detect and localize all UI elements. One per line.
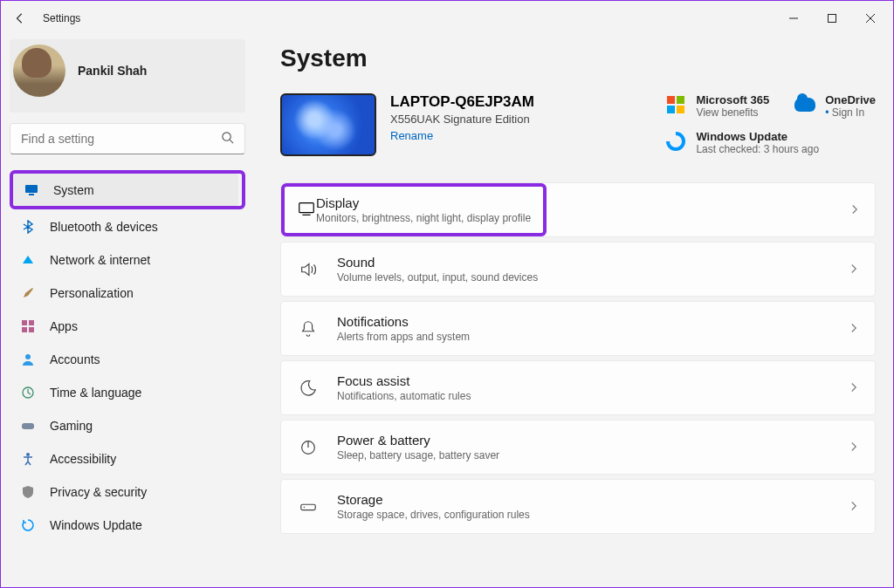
bluetooth-icon — [20, 220, 36, 234]
brush-icon — [20, 286, 36, 300]
setting-title: Storage — [337, 492, 530, 507]
svg-rect-7 — [29, 320, 34, 325]
window-controls — [774, 5, 890, 31]
setting-sub: Alerts from apps and system — [337, 331, 470, 343]
profile-block[interactable]: Pankil Shah — [10, 39, 245, 113]
titlebar: Settings — [1, 1, 893, 36]
device-row: LAPTOP-Q6EJP3AM X556UAK Signature Editio… — [280, 93, 876, 156]
accessibility-icon — [20, 452, 36, 466]
globe-clock-icon — [20, 386, 36, 400]
window-title: Settings — [43, 12, 80, 24]
device-name: LAPTOP-Q6EJP3AM — [390, 93, 534, 111]
setting-sub: Notifications, automatic rules — [337, 390, 471, 402]
setting-power-battery[interactable]: Power & batterySleep, battery usage, bat… — [280, 420, 876, 475]
apps-icon — [20, 319, 36, 333]
svg-point-10 — [25, 354, 31, 359]
gamepad-icon — [20, 419, 36, 433]
device-card: LAPTOP-Q6EJP3AM X556UAK Signature Editio… — [280, 93, 534, 156]
setting-title: Display — [316, 195, 531, 210]
quick-links: Microsoft 365 View benefits OneDrive Sig… — [664, 93, 876, 156]
minimize-button[interactable] — [774, 5, 813, 31]
sidebar-item-label: Bluetooth & devices — [50, 220, 158, 234]
svg-rect-9 — [29, 327, 34, 332]
sidebar-item-accessibility[interactable]: Accessibility — [10, 442, 245, 475]
highlight-annotation: System — [10, 170, 245, 209]
sidebar-item-time-language[interactable]: Time & language — [10, 376, 245, 408]
moon-icon — [297, 379, 320, 398]
sidebar-item-privacy-security[interactable]: Privacy & security — [10, 475, 245, 508]
page-title: System — [280, 44, 876, 72]
back-button[interactable] — [4, 3, 36, 34]
storage-icon — [297, 497, 320, 516]
link-sub: View benefits — [696, 106, 769, 119]
chevron-right-icon — [849, 262, 859, 277]
sidebar-item-system[interactable]: System — [13, 174, 238, 206]
update-icon — [20, 518, 36, 532]
sidebar-item-accounts[interactable]: Accounts — [10, 343, 245, 375]
sidebar-item-windows-update[interactable]: Windows Update — [10, 509, 245, 541]
settings-list: DisplayMonitors, brightness, night light… — [280, 182, 876, 534]
chevron-right-icon — [849, 499, 859, 515]
setting-focus-assist[interactable]: Focus assistNotifications, automatic rul… — [280, 360, 876, 415]
setting-sound[interactable]: SoundVolume levels, output, input, sound… — [280, 242, 876, 297]
sidebar-item-apps[interactable]: Apps — [10, 310, 245, 342]
sidebar-item-label: Time & language — [50, 386, 141, 400]
power-icon — [297, 438, 320, 457]
sidebar-item-label: Network & internet — [50, 253, 150, 267]
link-title: Microsoft 365 — [696, 93, 769, 106]
person-icon — [20, 352, 36, 366]
svg-line-3 — [230, 140, 233, 143]
sidebar-item-label: Accounts — [50, 352, 100, 366]
svg-rect-6 — [22, 320, 27, 325]
svg-rect-8 — [22, 327, 27, 332]
rename-link[interactable]: Rename — [390, 129, 534, 142]
svg-rect-12 — [22, 423, 34, 429]
link-microsoft365[interactable]: Microsoft 365 View benefits — [664, 93, 769, 120]
bell-icon — [297, 319, 320, 338]
device-wallpaper-thumb[interactable] — [280, 93, 376, 156]
setting-title: Focus assist — [337, 373, 471, 388]
windows-update-icon — [664, 130, 687, 153]
link-sub: Last checked: 3 hours ago — [696, 143, 819, 155]
link-title: Windows Update — [696, 130, 819, 143]
sidebar-item-personalization[interactable]: Personalization — [10, 277, 245, 309]
svg-point-13 — [26, 453, 30, 456]
chevron-right-icon — [849, 380, 859, 396]
sidebar-item-label: Personalization — [50, 286, 134, 300]
setting-title: Sound — [337, 255, 538, 270]
sidebar-item-bluetooth-devices[interactable]: Bluetooth & devices — [10, 210, 245, 243]
setting-title: Power & battery — [337, 433, 499, 448]
sidebar-item-network-internet[interactable]: Network & internet — [10, 243, 245, 276]
maximize-button[interactable] — [813, 5, 851, 31]
setting-display[interactable]: DisplayMonitors, brightness, night light… — [280, 182, 876, 237]
setting-title: Notifications — [337, 314, 470, 329]
link-title: OneDrive — [825, 93, 876, 106]
sidebar-item-label: System — [53, 183, 94, 197]
link-onedrive[interactable]: OneDrive Sign In — [794, 93, 876, 120]
sound-icon — [297, 260, 320, 279]
svg-rect-18 — [301, 504, 316, 509]
profile-name: Pankil Shah — [78, 64, 147, 78]
setting-sub: Storage space, drives, configuration rul… — [337, 509, 530, 521]
svg-point-19 — [304, 506, 305, 507]
sidebar-item-label: Accessibility — [50, 452, 116, 466]
display-icon — [297, 199, 316, 222]
search-input[interactable] — [21, 132, 221, 146]
device-model: X556UAK Signature Edition — [390, 113, 534, 126]
close-button[interactable] — [851, 5, 890, 31]
highlight-annotation: DisplayMonitors, brightness, night light… — [281, 183, 547, 236]
setting-sub: Sleep, battery usage, battery saver — [337, 449, 499, 462]
setting-storage[interactable]: StorageStorage space, drives, configurat… — [280, 479, 876, 534]
search-icon — [221, 131, 234, 147]
sidebar-item-label: Privacy & security — [50, 485, 147, 499]
setting-sub: Volume levels, output, input, sound devi… — [337, 271, 538, 284]
sidebar-item-label: Gaming — [50, 419, 93, 433]
link-windows-update[interactable]: Windows Update Last checked: 3 hours ago — [664, 130, 876, 156]
setting-notifications[interactable]: NotificationsAlerts from apps and system — [280, 301, 876, 356]
monitor-icon — [24, 183, 39, 197]
onedrive-icon — [794, 93, 816, 116]
svg-rect-1 — [829, 15, 836, 23]
search-box[interactable] — [10, 123, 245, 154]
sidebar-item-label: Windows Update — [50, 518, 142, 532]
sidebar-item-gaming[interactable]: Gaming — [10, 409, 245, 441]
